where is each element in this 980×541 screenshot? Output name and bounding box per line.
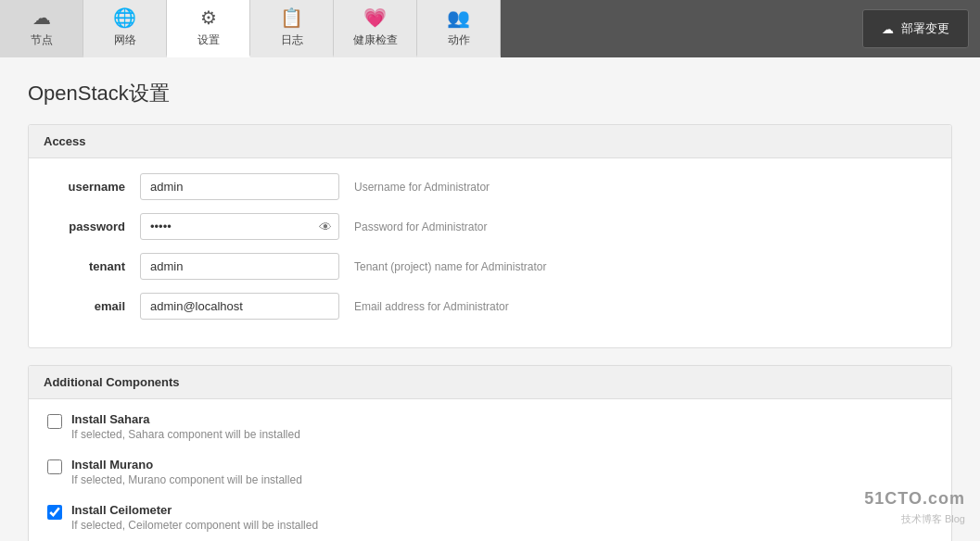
deploy-icon: ☁ bbox=[882, 22, 894, 36]
logs-label: 日志 bbox=[281, 32, 303, 48]
checkbox-hint-sahara: If selected, Sahara component will be in… bbox=[71, 428, 300, 441]
access-section-header: Access bbox=[29, 125, 951, 158]
watermark: 51CTO.com 技术博客 Blog bbox=[864, 486, 965, 527]
checkbox-row-murano: Install MuranoIf selected, Murano compon… bbox=[47, 458, 933, 486]
hint-password: Password for Administrator bbox=[354, 220, 487, 233]
checkbox-sahara[interactable] bbox=[47, 414, 62, 429]
access-section-body: usernameUsername for Administratorpasswo… bbox=[29, 158, 951, 347]
input-wrap-tenant bbox=[140, 253, 339, 280]
logs-icon: 📋 bbox=[280, 6, 303, 29]
components-section-header: Additional Components bbox=[29, 366, 951, 399]
input-wrap-password: 👁 bbox=[140, 213, 339, 240]
watermark-line1: 技术博客 bbox=[901, 513, 942, 524]
deploy-button[interactable]: ☁ 部署变更 bbox=[862, 9, 969, 48]
checkbox-label-sahara: Install Sahara bbox=[71, 412, 300, 426]
settings-label: 设置 bbox=[197, 32, 220, 48]
label-username: username bbox=[47, 180, 140, 194]
watermark-line2: Blog bbox=[945, 513, 965, 524]
input-password[interactable] bbox=[140, 213, 339, 240]
main-content: OpenStack设置 Access usernameUsername for … bbox=[0, 57, 980, 541]
page-title: OpenStack设置 bbox=[28, 80, 952, 107]
network-icon: 🌐 bbox=[113, 6, 136, 29]
input-username[interactable] bbox=[140, 173, 339, 200]
nav-tab-network[interactable]: 🌐 网络 bbox=[83, 0, 167, 57]
nodes-icon: ☁ bbox=[32, 6, 51, 29]
form-row-username: usernameUsername for Administrator bbox=[47, 173, 933, 200]
checkbox-row-sahara: Install SaharaIf selected, Sahara compon… bbox=[47, 412, 933, 441]
nav-tab-logs[interactable]: 📋 日志 bbox=[250, 0, 334, 57]
nodes-label: 节点 bbox=[31, 32, 53, 48]
input-tenant[interactable] bbox=[140, 253, 339, 280]
form-row-email: emailEmail address for Administrator bbox=[47, 293, 933, 320]
watermark-brand: 51CTO.com bbox=[864, 486, 965, 511]
label-tenant: tenant bbox=[47, 259, 140, 273]
components-section: Additional Components Install SaharaIf s… bbox=[28, 365, 952, 541]
input-wrap-email bbox=[140, 293, 339, 320]
form-row-password: password👁Password for Administrator bbox=[47, 213, 933, 240]
checkbox-row-ceilometer: Install CeilometerIf selected, Ceilomete… bbox=[47, 503, 933, 532]
health-label: 健康检查 bbox=[353, 32, 398, 48]
checkbox-label-ceilometer: Install Ceilometer bbox=[71, 503, 318, 517]
access-section: Access usernameUsername for Administrato… bbox=[28, 124, 952, 348]
deploy-label: 部署变更 bbox=[901, 20, 949, 37]
hint-tenant: Tenant (project) name for Administrator bbox=[354, 260, 546, 273]
checkbox-murano[interactable] bbox=[47, 459, 62, 474]
input-wrap-username bbox=[140, 173, 339, 200]
components-section-body: Install SaharaIf selected, Sahara compon… bbox=[29, 399, 951, 541]
actions-label: 动作 bbox=[448, 32, 470, 48]
checkbox-ceilometer[interactable] bbox=[47, 505, 62, 520]
actions-icon: 👥 bbox=[447, 6, 470, 29]
hint-username: Username for Administrator bbox=[354, 181, 490, 194]
health-icon: 💗 bbox=[363, 6, 387, 29]
input-email[interactable] bbox=[140, 293, 339, 320]
eye-toggle-button[interactable]: 👁 bbox=[317, 218, 334, 236]
checkbox-label-murano: Install Murano bbox=[71, 458, 302, 472]
network-label: 网络 bbox=[114, 32, 136, 48]
top-nav: ☁ 节点 🌐 网络 ⚙ 设置 📋 日志 💗 健康检查 👥 动作 ☁ 部署变更 bbox=[0, 0, 980, 57]
nav-tab-actions[interactable]: 👥 动作 bbox=[417, 0, 501, 57]
checkbox-hint-ceilometer: If selected, Ceilometer component will b… bbox=[71, 519, 318, 532]
settings-icon: ⚙ bbox=[200, 6, 217, 29]
form-row-tenant: tenantTenant (project) name for Administ… bbox=[47, 253, 933, 280]
nav-tab-nodes[interactable]: ☁ 节点 bbox=[0, 0, 83, 57]
label-password: password bbox=[47, 220, 140, 233]
nav-tab-settings[interactable]: ⚙ 设置 bbox=[167, 0, 250, 57]
nav-spacer bbox=[501, 0, 851, 57]
nav-tab-health[interactable]: 💗 健康检查 bbox=[334, 0, 417, 57]
label-email: email bbox=[47, 299, 140, 313]
hint-email: Email address for Administrator bbox=[354, 300, 509, 313]
checkbox-hint-murano: If selected, Murano component will be in… bbox=[71, 473, 302, 486]
